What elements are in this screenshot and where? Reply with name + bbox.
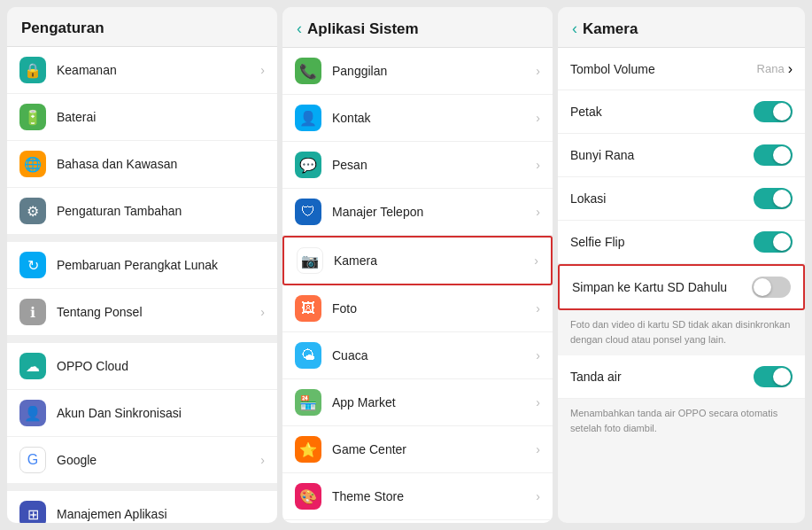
mid-item-themestore[interactable]: 🎨Theme Store› <box>282 473 553 520</box>
kamera-icon: 📷 <box>297 247 323 274</box>
sidebar-item-apps[interactable]: ⊞Manajemen Aplikasi <box>7 491 277 523</box>
petak-toggle[interactable] <box>754 101 793 122</box>
gamecenter-chevron-icon: › <box>536 442 540 456</box>
mid-settings-list: 📞Panggilan›👤Kontak›💬Pesan›🛡Manajer Telep… <box>282 48 553 523</box>
google-label: Google <box>57 453 260 467</box>
update-label: Pembaruan Perangkat Lunak <box>57 258 265 272</box>
gamecenter-label: Game Center <box>332 442 536 456</box>
mid-panel: ‹ Aplikasi Sistem 📞Panggilan›👤Kontak›💬Pe… <box>282 7 553 523</box>
foto-label: Foto <box>332 301 536 316</box>
mid-item-foto[interactable]: 🖼Foto› <box>282 285 553 332</box>
right-panel: ‹ Kamera Tombol VolumeRana›PetakBunyi Ra… <box>558 7 805 523</box>
apps-label: Manajemen Aplikasi <box>57 507 265 521</box>
left-settings-list: 🔒Keamanan›🔋Baterai🌐Bahasa dan Kawasan⚙Pe… <box>7 47 277 523</box>
right-settings-list: Tombol VolumeRana›PetakBunyi RanaLokasiS… <box>558 48 805 523</box>
lokasi-label: Lokasi <box>570 191 754 206</box>
google-chevron-icon: › <box>260 453 265 467</box>
sidebar-item-about[interactable]: ℹTentang Ponsel› <box>7 289 277 336</box>
extra-icon: ⚙ <box>19 198 46 224</box>
sidebar-item-keamanan[interactable]: 🔒Keamanan› <box>7 47 277 94</box>
sidebar-item-baterai[interactable]: 🔋Baterai <box>7 94 277 141</box>
appmarket-label: App Market <box>332 395 536 409</box>
right-item-tombol-volume[interactable]: Tombol VolumeRana› <box>558 48 805 90</box>
section-divider <box>7 484 277 491</box>
tanda-air-label: Tanda air <box>570 370 754 384</box>
keamanan-label: Keamanan <box>57 63 260 77</box>
right-back-arrow[interactable]: ‹ <box>572 19 577 38</box>
manajer-label: Manajer Telepon <box>332 205 536 219</box>
themestore-icon: 🎨 <box>295 483 321 510</box>
baterai-icon: 🔋 <box>19 104 46 130</box>
mid-item-peramban[interactable]: 🌐Peramban› <box>282 520 553 523</box>
bunyi-rana-toggle[interactable] <box>754 144 793 166</box>
kontak-label: Kontak <box>332 111 536 125</box>
mid-item-manajer[interactable]: 🛡Manajer Telepon› <box>282 189 553 236</box>
mid-back-arrow[interactable]: ‹ <box>297 19 302 38</box>
selfie-flip-toggle[interactable] <box>754 231 793 253</box>
themestore-chevron-icon: › <box>536 489 540 503</box>
bahasa-icon: 🌐 <box>19 151 46 177</box>
sidebar-item-account[interactable]: 👤Akun Dan Sinkronisasi <box>7 390 277 437</box>
manajer-chevron-icon: › <box>536 205 540 219</box>
cuaca-chevron-icon: › <box>536 348 540 362</box>
tombol-volume-chevron-icon: › <box>788 61 793 77</box>
account-label: Akun Dan Sinkronisasi <box>57 406 265 420</box>
sidebar-item-extra[interactable]: ⚙Pengaturan Tambahan <box>7 188 277 235</box>
gamecenter-icon: ⭐ <box>295 436 321 463</box>
sidebar-item-update[interactable]: ↻Pembaruan Perangkat Lunak <box>7 242 277 289</box>
kontak-chevron-icon: › <box>536 111 540 125</box>
tombol-volume-value: Rana <box>757 62 785 75</box>
mid-item-pesan[interactable]: 💬Pesan› <box>282 142 553 189</box>
kontak-icon: 👤 <box>295 105 321 131</box>
foto-icon: 🖼 <box>295 295 321 322</box>
mid-item-kamera[interactable]: 📷Kamera› <box>282 236 553 285</box>
simpan-sd-desc-desc: Foto dan video di kartu SD tidak akan di… <box>558 310 805 355</box>
extra-label: Pengaturan Tambahan <box>57 204 265 218</box>
right-item-lokasi[interactable]: Lokasi <box>558 177 805 221</box>
mid-item-appmarket[interactable]: 🏪App Market› <box>282 379 553 426</box>
mid-item-cuaca[interactable]: 🌤Cuaca› <box>282 332 553 379</box>
keamanan-icon: 🔒 <box>19 57 46 83</box>
keamanan-chevron-icon: › <box>260 63 265 77</box>
about-chevron-icon: › <box>260 305 265 319</box>
right-item-bunyi-rana[interactable]: Bunyi Rana <box>558 134 805 177</box>
foto-chevron-icon: › <box>536 301 540 316</box>
sidebar-item-bahasa[interactable]: 🌐Bahasa dan Kawasan <box>7 141 277 188</box>
right-item-tanda-air[interactable]: Tanda air <box>558 355 805 399</box>
kamera-label: Kamera <box>334 253 534 268</box>
pesan-chevron-icon: › <box>536 158 540 172</box>
kamera-chevron-icon: › <box>534 253 538 268</box>
bunyi-rana-label: Bunyi Rana <box>570 148 754 162</box>
mid-item-panggilan[interactable]: 📞Panggilan› <box>282 48 553 95</box>
right-item-petak[interactable]: Petak <box>558 90 805 134</box>
panggilan-chevron-icon: › <box>536 64 540 78</box>
pesan-icon: 💬 <box>295 152 321 178</box>
bahasa-label: Bahasa dan Kawasan <box>57 157 265 171</box>
mid-item-gamecenter[interactable]: ⭐Game Center› <box>282 426 553 473</box>
simpan-sd-toggle[interactable] <box>752 277 791 298</box>
mid-title: Aplikasi Sistem <box>307 20 419 38</box>
lokasi-toggle[interactable] <box>754 188 793 209</box>
appmarket-chevron-icon: › <box>536 395 540 409</box>
right-header: ‹ Kamera <box>558 7 805 48</box>
tanda-air-toggle[interactable] <box>754 366 793 387</box>
manajer-icon: 🛡 <box>295 199 321 225</box>
about-icon: ℹ <box>19 299 46 325</box>
sidebar-item-oppo[interactable]: ☁OPPO Cloud <box>7 343 277 390</box>
mid-item-kontak[interactable]: 👤Kontak› <box>282 95 553 142</box>
right-title: Kamera <box>583 20 638 38</box>
panggilan-icon: 📞 <box>295 58 321 84</box>
sidebar-item-google[interactable]: GGoogle› <box>7 437 277 484</box>
section-divider <box>7 235 277 242</box>
section-divider <box>7 336 277 343</box>
appmarket-icon: 🏪 <box>295 389 321 416</box>
left-panel: Pengaturan 🔒Keamanan›🔋Baterai🌐Bahasa dan… <box>7 7 277 523</box>
tombol-volume-label: Tombol Volume <box>570 62 757 76</box>
google-icon: G <box>19 447 46 473</box>
right-item-simpan-sd[interactable]: Simpan ke Kartu SD Dahulu <box>558 264 805 310</box>
about-label: Tentang Ponsel <box>57 305 260 319</box>
update-icon: ↻ <box>19 252 46 278</box>
left-title: Pengaturan <box>21 19 104 37</box>
right-item-selfie-flip[interactable]: Selfie Flip <box>558 221 805 264</box>
cuaca-icon: 🌤 <box>295 342 321 369</box>
